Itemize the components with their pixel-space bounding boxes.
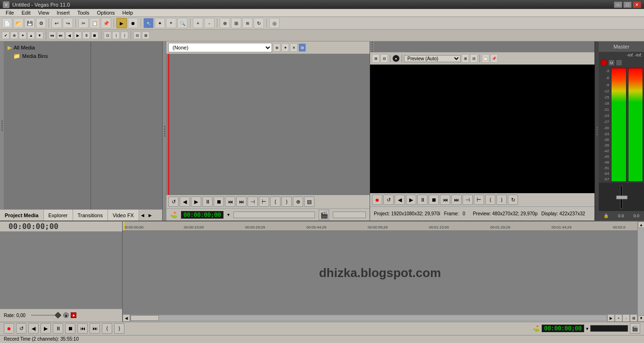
tab-transitions[interactable]: Transitions bbox=[73, 210, 108, 220]
preview-prev-frame[interactable]: ⏮ bbox=[440, 195, 450, 205]
tl-record-btn[interactable]: ⏺ bbox=[4, 323, 14, 334]
tb2-15[interactable]: ⊟ bbox=[133, 32, 141, 39]
preview-record-btn[interactable]: ⏺ bbox=[372, 195, 382, 205]
redo-button[interactable]: ↪ bbox=[63, 18, 73, 28]
trimmer-prev-mark[interactable]: ⟨ bbox=[270, 196, 281, 207]
render-button[interactable]: ▶ bbox=[116, 18, 127, 28]
preview-paste-btn[interactable]: 📌 bbox=[490, 54, 498, 63]
preview-btn2[interactable]: ⊟ bbox=[380, 54, 388, 63]
scroll-left-btn[interactable]: ◀ bbox=[123, 314, 130, 322]
audio-mute-btn[interactable]: M bbox=[608, 59, 615, 66]
scrub-button[interactable]: ◎ bbox=[269, 18, 280, 28]
tab-scroll-right[interactable]: ▶ bbox=[147, 210, 154, 220]
tb2-10[interactable]: ⏸ bbox=[83, 32, 90, 39]
trimmer-play-fwd[interactable]: ▶ bbox=[191, 196, 201, 207]
preview-split-btn[interactable]: ⊞ bbox=[462, 54, 469, 63]
zoom-out-timeline-btn[interactable]: - bbox=[622, 314, 630, 322]
zoom-in-button[interactable]: + bbox=[193, 18, 203, 28]
tb2-11[interactable]: ⏹ bbox=[91, 32, 99, 39]
record-indicator[interactable]: ■ bbox=[71, 312, 76, 318]
split-tool[interactable]: ⌖ bbox=[166, 18, 176, 28]
zoom-in-timeline-btn[interactable]: + bbox=[615, 314, 622, 322]
tb2-12[interactable]: ⊡ bbox=[104, 32, 111, 39]
properties-button[interactable]: ⚙ bbox=[36, 18, 46, 28]
loop-button[interactable]: ↻ bbox=[254, 18, 264, 28]
preview-mode-select[interactable]: Preview (Auto) bbox=[404, 55, 461, 62]
enable-button[interactable]: ✔ bbox=[2, 32, 9, 39]
preview-play-fwd[interactable]: ▶ bbox=[406, 195, 416, 205]
snap-button[interactable]: ⊞ bbox=[231, 18, 241, 28]
tl-play-fwd[interactable]: ▶ bbox=[41, 323, 51, 334]
ripple-button[interactable]: ≋ bbox=[242, 18, 253, 28]
tb2-6[interactable]: ⏮ bbox=[49, 32, 56, 39]
menu-insert[interactable]: Insert bbox=[53, 9, 74, 16]
trimmer-snap-btn[interactable]: 🎬 bbox=[319, 210, 329, 220]
save-button[interactable]: 💾 bbox=[25, 18, 35, 28]
zoom-tool[interactable]: 🔍 bbox=[177, 18, 188, 28]
preview-mark-out[interactable]: ⊢ bbox=[474, 195, 484, 205]
cut-button[interactable]: ✂ bbox=[78, 18, 89, 28]
scroll-up-btn[interactable]: ▲ bbox=[638, 221, 644, 228]
tab-video-fx[interactable]: Video FX bbox=[108, 210, 139, 220]
menu-options[interactable]: Options bbox=[93, 9, 119, 16]
audio-rec-btn[interactable] bbox=[601, 59, 607, 66]
preview-circle-btn[interactable]: ● bbox=[392, 55, 400, 62]
tab-explorer[interactable]: Explorer bbox=[44, 210, 73, 220]
scrollbar-track-v[interactable] bbox=[638, 228, 644, 315]
preview-copy-btn[interactable]: 📋 bbox=[482, 54, 489, 63]
rate-slider-knob[interactable] bbox=[55, 312, 61, 318]
trimmer-mark-in[interactable]: ⊣ bbox=[248, 196, 258, 207]
tb2-16[interactable]: ⊠ bbox=[142, 32, 149, 39]
cursor-button[interactable]: ⊕ bbox=[220, 18, 230, 28]
tl-slow-rev[interactable]: ⟨ bbox=[102, 323, 112, 334]
trimmer-btn1[interactable]: ⊕ bbox=[273, 43, 281, 52]
tb2-9[interactable]: ▶ bbox=[74, 32, 82, 39]
tab-project-media[interactable]: Project Media bbox=[0, 210, 44, 220]
open-button[interactable]: 📂 bbox=[13, 18, 24, 28]
media-bins-item[interactable]: 📁 Media Bins bbox=[6, 52, 89, 60]
menu-view[interactable]: View bbox=[34, 9, 53, 16]
close-button[interactable]: ✕ bbox=[633, 1, 641, 8]
tl-next-frame[interactable]: ⏭ bbox=[90, 323, 100, 334]
tb2-13[interactable]: ⟨ bbox=[112, 32, 120, 39]
paste-button[interactable]: 📌 bbox=[101, 18, 111, 28]
minimize-button[interactable]: ─ bbox=[614, 1, 622, 8]
menu-edit[interactable]: Edit bbox=[18, 9, 34, 16]
preview-mark-in[interactable]: ⊣ bbox=[462, 195, 473, 205]
trimmer-next-mark[interactable]: ⟩ bbox=[281, 196, 292, 207]
all-media-item[interactable]: ▶ All Media bbox=[6, 43, 89, 52]
tl-stop[interactable]: ⏹ bbox=[65, 323, 75, 334]
preview-goto-start[interactable]: ↺ bbox=[383, 195, 394, 205]
new-button[interactable]: 📄 bbox=[2, 18, 12, 28]
tb2-4[interactable]: ▲ bbox=[27, 32, 35, 39]
menu-tools[interactable]: Tools bbox=[74, 9, 93, 16]
tl-goto-start[interactable]: ↺ bbox=[16, 323, 26, 334]
trim-tool[interactable]: ✦ bbox=[155, 18, 165, 28]
preview-play-rev[interactable]: ◀ bbox=[395, 195, 405, 205]
tl-play-rev[interactable]: ◀ bbox=[28, 323, 39, 334]
scrollbar-thumb-h[interactable] bbox=[131, 315, 159, 321]
tab-scroll-left[interactable]: ◀ bbox=[139, 210, 147, 220]
record-button[interactable]: ⏺ bbox=[128, 18, 138, 28]
tb2-7[interactable]: ⏭ bbox=[57, 32, 65, 39]
scroll-right-btn[interactable]: ▶ bbox=[607, 314, 615, 322]
trimmer-next-frame[interactable]: ⏭ bbox=[236, 196, 247, 207]
select-tool[interactable]: ↖ bbox=[143, 18, 154, 28]
trimmer-goto-start[interactable]: ↺ bbox=[168, 196, 179, 207]
preview-next-frame[interactable]: ⏭ bbox=[451, 195, 462, 205]
scroll-down-btn[interactable]: ▼ bbox=[638, 315, 644, 322]
copy-button[interactable]: 📋 bbox=[90, 18, 100, 28]
preview-prev-mark[interactable]: ⟨ bbox=[485, 195, 495, 205]
preview-btn4[interactable]: ⊟ bbox=[470, 54, 478, 63]
preview-stop[interactable]: ⏹ bbox=[429, 195, 439, 205]
tl-snap-btn[interactable]: 🎬 bbox=[630, 323, 640, 334]
trimmer-mark-out[interactable]: ⊢ bbox=[259, 196, 269, 207]
tb2-3[interactable]: ✦ bbox=[19, 32, 26, 39]
preview-loop-btn[interactable]: ↻ bbox=[508, 195, 518, 205]
fader-knob[interactable] bbox=[616, 196, 627, 199]
trimmer-prev-frame[interactable]: ⏮ bbox=[225, 196, 235, 207]
tb2-8[interactable]: ◀ bbox=[66, 32, 73, 39]
trimmer-btn3[interactable]: ✕ bbox=[290, 43, 297, 52]
trimmer-stop[interactable]: ⏹ bbox=[214, 196, 224, 207]
preview-btn1[interactable]: ⊞ bbox=[372, 54, 380, 63]
